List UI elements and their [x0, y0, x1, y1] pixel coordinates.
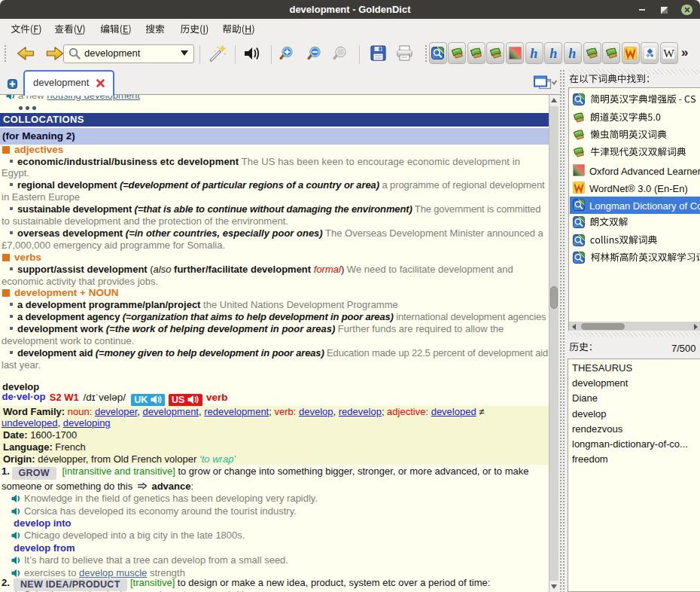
svg-text:h: h [568, 47, 576, 60]
svg-text:h: h [530, 47, 537, 60]
svg-text:h: h [549, 47, 557, 60]
svg-text:W: W [664, 47, 675, 60]
